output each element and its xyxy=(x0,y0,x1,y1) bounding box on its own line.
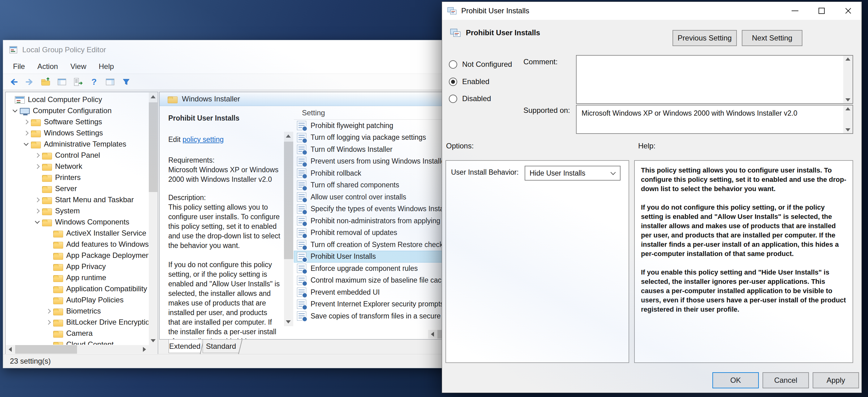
scroll-right-icon[interactable] xyxy=(140,345,149,354)
tree-item[interactable]: Windows Settings xyxy=(6,127,149,138)
radio-not-configured[interactable]: Not Configured xyxy=(449,60,512,69)
tree-item[interactable]: Biometrics xyxy=(6,305,149,317)
tree-item[interactable]: Camera xyxy=(6,328,149,339)
tree-vertical-scrollbar[interactable] xyxy=(149,93,157,345)
ok-button[interactable]: OK xyxy=(712,372,759,388)
list-item[interactable]: Prevent Internet Explorer security promp… xyxy=(294,298,467,310)
show-action-pane-icon[interactable] xyxy=(104,76,116,88)
list-item[interactable]: Control maximum size of baseline file ca… xyxy=(294,274,467,287)
list-item[interactable]: Specify the types of events Windows Inst… xyxy=(294,203,467,215)
list-item[interactable]: Save copies of transform files in a secu… xyxy=(294,310,467,322)
tree-item[interactable]: Server xyxy=(6,183,149,194)
chevron-collapsed-icon[interactable] xyxy=(32,209,42,213)
tree-item[interactable]: Local Computer Policy xyxy=(6,94,149,105)
chevron-collapsed-icon[interactable] xyxy=(43,309,53,313)
scroll-down-icon[interactable] xyxy=(149,336,157,345)
tree-item[interactable]: Computer Configuration xyxy=(6,105,149,116)
scrollbar-thumb[interactable] xyxy=(149,102,157,192)
chevron-collapsed-icon[interactable] xyxy=(21,120,31,124)
radio-circle[interactable] xyxy=(449,95,457,103)
tree-horizontal-scrollbar[interactable] xyxy=(6,345,149,354)
export-list-icon[interactable] xyxy=(72,76,84,88)
apply-button[interactable]: Apply xyxy=(813,372,859,388)
user-install-behavior-dropdown[interactable]: Hide User Installs xyxy=(525,166,621,180)
list-item[interactable]: Turn off Windows Installer xyxy=(294,143,467,156)
list-item[interactable]: Turn off logging via package settings xyxy=(294,132,467,144)
list-item[interactable]: Prohibit rollback xyxy=(294,167,467,179)
list-item[interactable]: Enforce upgrade component rules xyxy=(294,263,467,274)
list-item[interactable]: Prohibit removal of updates xyxy=(294,227,467,239)
tree-item[interactable]: BitLocker Drive Encryption xyxy=(6,317,149,328)
scroll-down-icon[interactable] xyxy=(284,318,292,326)
scrollbar-thumb[interactable] xyxy=(15,345,77,354)
radio-circle-checked[interactable] xyxy=(449,77,457,86)
scrollbar-thumb[interactable] xyxy=(437,330,467,338)
cancel-button[interactable]: Cancel xyxy=(763,372,809,388)
description-scrollbar[interactable] xyxy=(284,132,293,326)
tree-item[interactable]: Control Panel xyxy=(6,150,149,161)
back-icon[interactable] xyxy=(8,76,19,88)
list-item[interactable]: Prohibit flyweight patching xyxy=(294,120,467,132)
edit-policy-setting-link[interactable]: policy setting xyxy=(183,135,224,143)
list-horizontal-scrollbar[interactable] xyxy=(428,330,467,338)
radio-circle[interactable] xyxy=(449,60,457,69)
supported-on-box[interactable]: Microsoft Windows XP or Windows 2000 wit… xyxy=(576,105,853,134)
scroll-left-icon[interactable] xyxy=(428,330,437,338)
tree-item[interactable]: Windows Components xyxy=(6,217,149,228)
chevron-collapsed-icon[interactable] xyxy=(21,131,31,135)
scroll-down-icon[interactable] xyxy=(845,128,850,131)
scroll-up-icon[interactable] xyxy=(149,93,157,101)
show-console-tree-icon[interactable] xyxy=(56,76,67,88)
close-icon[interactable] xyxy=(835,2,862,20)
menu-help[interactable]: Help xyxy=(92,62,120,71)
list-item-selected[interactable]: Prohibit User Installs xyxy=(294,251,467,263)
radio-disabled[interactable]: Disabled xyxy=(449,94,491,103)
menu-action[interactable]: Action xyxy=(31,62,64,71)
tree-item[interactable]: Cloud Content xyxy=(6,339,149,345)
tab-standard[interactable]: Standard xyxy=(203,339,239,353)
tree-item[interactable]: App Privacy xyxy=(6,261,149,272)
minimize-icon[interactable] xyxy=(782,2,808,20)
scroll-up-icon[interactable] xyxy=(845,58,850,61)
tree-item[interactable]: AutoPlay Policies xyxy=(6,294,149,305)
previous-setting-button[interactable]: Previous Setting xyxy=(673,30,737,46)
list-item[interactable]: Turn off creation of System Restore chec… xyxy=(294,239,467,251)
list-item[interactable]: Prevent users from using Windows Install… xyxy=(294,156,467,168)
list-item[interactable]: Prohibit non-administrators from applyin… xyxy=(294,215,467,227)
scrollbar-thumb[interactable] xyxy=(284,142,293,259)
scroll-up-icon[interactable] xyxy=(284,132,292,140)
tree-item[interactable]: System xyxy=(6,205,149,217)
chevron-collapsed-icon[interactable] xyxy=(43,321,53,324)
tree-item[interactable]: App Package Deployment xyxy=(6,250,149,261)
chevron-expanded-icon[interactable] xyxy=(10,109,20,112)
filter-icon[interactable] xyxy=(121,76,132,88)
menu-file[interactable]: File xyxy=(7,62,31,71)
tree-item[interactable]: Administrative Templates xyxy=(6,138,149,150)
column-header-setting[interactable]: Setting xyxy=(294,106,467,120)
scroll-up-icon[interactable] xyxy=(845,107,850,110)
chevron-expanded-icon[interactable] xyxy=(32,221,42,224)
menu-view[interactable]: View xyxy=(64,62,92,71)
help-icon[interactable]: ? xyxy=(89,76,100,88)
comment-input[interactable] xyxy=(576,55,853,104)
comment-scrollbar[interactable] xyxy=(843,56,852,103)
list-item[interactable]: Turn off shared components xyxy=(294,179,467,191)
maximize-icon[interactable] xyxy=(808,2,835,20)
up-one-level-icon[interactable] xyxy=(40,76,51,88)
tree-item[interactable]: ActiveX Installer Service xyxy=(6,228,149,239)
chevron-expanded-icon[interactable] xyxy=(21,142,31,146)
tab-extended[interactable]: Extended xyxy=(168,339,201,353)
next-setting-button[interactable]: Next Setting xyxy=(742,30,802,46)
list-item[interactable]: Allow user control over installs xyxy=(294,191,467,203)
supported-scrollbar[interactable] xyxy=(843,105,852,133)
chevron-collapsed-icon[interactable] xyxy=(32,154,42,157)
tree-item[interactable]: Application Compatibility xyxy=(6,283,149,294)
radio-enabled[interactable]: Enabled xyxy=(449,77,489,86)
scroll-left-icon[interactable] xyxy=(6,345,14,354)
tree-item[interactable]: Software Settings xyxy=(6,116,149,127)
scroll-down-icon[interactable] xyxy=(845,98,850,101)
chevron-collapsed-icon[interactable] xyxy=(32,165,42,168)
forward-icon[interactable] xyxy=(24,76,35,88)
tree-item[interactable]: Network xyxy=(6,161,149,172)
tree-item[interactable]: Add features to Windows 10 xyxy=(6,239,149,250)
